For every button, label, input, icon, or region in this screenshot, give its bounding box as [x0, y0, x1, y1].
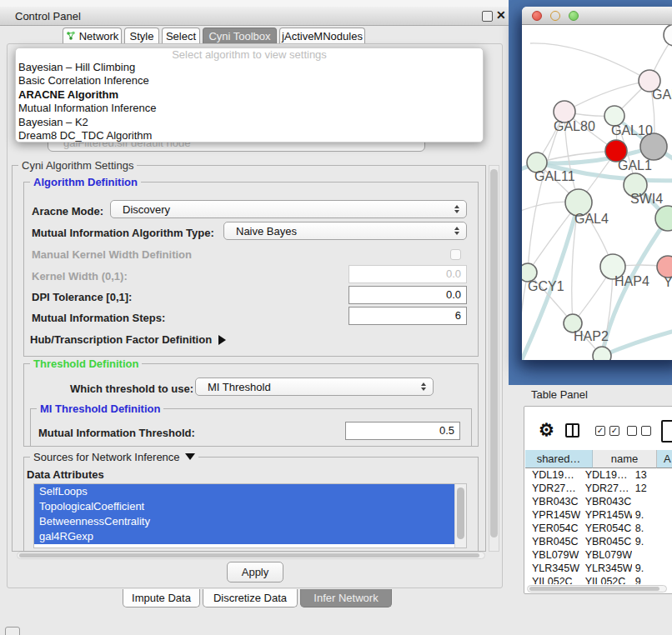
settings-group-title: Cyni Algorithm Settings [18, 159, 137, 172]
select-all-columns-icon[interactable]: ✓ ✓ [595, 426, 619, 436]
table-cell[interactable]: 8. [632, 522, 672, 535]
scrollbar-thumb[interactable] [490, 169, 498, 538]
table-row[interactable]: YER054CYER054C8. [525, 522, 672, 535]
table-cell[interactable]: 13 [632, 468, 672, 482]
table-cell[interactable]: YIL052C [580, 575, 632, 584]
close-traffic-light[interactable] [532, 11, 542, 21]
settings-vertical-scrollbar[interactable] [489, 165, 499, 552]
hub-definition-expander[interactable]: Hub/Transcription Factor Definition [30, 333, 226, 346]
table-cell[interactable]: YBL079W [580, 548, 632, 562]
table-cell[interactable]: YPR145W [580, 508, 632, 522]
algorithm-option[interactable]: Dream8 DC_TDC Algorithm [16, 129, 483, 142]
tab-select[interactable]: Select [162, 28, 200, 43]
table-cell[interactable]: YER054C [525, 522, 580, 535]
aracne-mode-combobox[interactable]: Discovery [110, 200, 467, 218]
table-row[interactable]: YBR045CYBR045C9. [525, 535, 672, 548]
tab-style[interactable]: Style [124, 28, 159, 43]
tab-impute-data[interactable]: Impute Data [123, 589, 200, 608]
node-label: GAL80 [554, 119, 595, 133]
deselect-all-columns-icon[interactable] [627, 426, 651, 436]
scrollbar-thumb[interactable] [529, 587, 659, 591]
table-row[interactable]: YPR145WYPR145W9. [525, 508, 672, 522]
column-browser-icon[interactable] [565, 423, 579, 438]
apply-button[interactable]: Apply [227, 562, 283, 582]
close-icon[interactable]: ✕ [496, 8, 506, 22]
table-row[interactable]: YDR27…YDR27…12 [525, 482, 672, 495]
threshold-definition-title: Threshold Definition [30, 358, 142, 370]
table-row[interactable]: YIL052CYIL052C9 [525, 575, 672, 584]
tab-network[interactable]: Network [63, 28, 122, 43]
table-cell[interactable]: YBR043C [525, 495, 580, 508]
table-row[interactable]: YLR345WYLR345W9. [525, 562, 672, 575]
column-header-partial[interactable]: A [657, 450, 672, 468]
table-cell[interactable]: 9. [632, 535, 672, 548]
network-edge[interactable] [564, 81, 649, 112]
mi-threshold-field[interactable]: 0.5 [345, 422, 460, 440]
table-cell[interactable]: 9. [632, 508, 672, 522]
table-cell[interactable]: YDL19… [580, 468, 632, 482]
table-cell[interactable]: 9 [632, 575, 672, 584]
table-row[interactable]: YBR043CYBR043C [525, 495, 672, 508]
collapsed-panel-icon[interactable] [5, 627, 20, 635]
table-cell[interactable] [632, 495, 672, 508]
mi-steps-field[interactable]: 6 [349, 307, 467, 325]
table-cell[interactable]: YLR345W [580, 562, 632, 575]
tab-cyni-toolbox[interactable]: Cyni Toolbox [203, 28, 277, 43]
table-cell[interactable]: 12 [632, 482, 672, 495]
gear-icon[interactable]: ⚙ [539, 420, 554, 440]
table-row[interactable]: YDL19…YDL19…13 [525, 468, 672, 482]
network-node[interactable] [664, 25, 672, 46]
minimize-traffic-light[interactable] [550, 11, 560, 21]
table-cell[interactable]: YDL19… [525, 468, 580, 482]
attribute-item[interactable]: BetweennessCentrality [34, 514, 454, 529]
algorithm-option[interactable]: ARACNE Algorithm [16, 88, 483, 102]
dpi-tolerance-field[interactable]: 0.0 [349, 286, 467, 304]
tab-discretize-data[interactable]: Discretize Data [203, 589, 298, 608]
attribute-item[interactable]: SelfLoops [34, 484, 454, 499]
table-cell[interactable]: YBR045C [580, 535, 632, 548]
table-cell[interactable]: YDR27… [580, 482, 632, 495]
zoom-traffic-light[interactable] [569, 11, 579, 21]
document-icon[interactable] [661, 420, 672, 442]
kernel-width-field[interactable]: 0.0 [349, 265, 467, 283]
float-window-icon[interactable] [482, 11, 493, 22]
table-cell[interactable]: YLR345W [525, 562, 580, 575]
column-header-shared-name[interactable]: shared… [525, 450, 593, 468]
network-graph[interactable]: GALGAL80GAL10GAL1GAL11SWI4GAL4GCY1HAP4YH… [522, 25, 672, 360]
table-row[interactable]: YBL079WYBL079W [525, 548, 672, 562]
manual-kernel-checkbox[interactable] [450, 249, 461, 260]
table-cell[interactable]: YBR043C [580, 495, 632, 508]
node-label: Y [664, 275, 672, 289]
network-window-titlebar[interactable] [522, 7, 672, 25]
algorithm-option[interactable]: Bayesian – Hill Climbing [16, 61, 483, 74]
algorithm-option[interactable]: Mutual Information Inference [16, 102, 483, 115]
attribute-item[interactable]: gal4RGexp [34, 529, 454, 544]
algorithm-option[interactable]: Bayesian – K2 [16, 116, 483, 129]
network-node[interactable] [593, 347, 611, 360]
tab-jactivemnodules[interactable]: jActiveMNodules [279, 28, 365, 43]
table-cell[interactable]: YIL052C [525, 575, 580, 584]
table-horizontal-scrollbar[interactable] [527, 585, 667, 592]
scrollbar-thumb[interactable] [19, 553, 479, 558]
network-edge[interactable] [602, 323, 672, 356]
network-edge[interactable] [528, 112, 564, 272]
settings-horizontal-scrollbar[interactable] [17, 552, 485, 559]
table-cell[interactable]: YDR27… [525, 482, 580, 495]
network-canvas[interactable]: GALGAL80GAL10GAL1GAL11SWI4GAL4GCY1HAP4YH… [522, 25, 672, 360]
tab-infer-network[interactable]: Infer Network [300, 589, 392, 608]
attribute-item[interactable]: TopologicalCoefficient [34, 499, 454, 514]
table-cell[interactable]: YBR045C [525, 535, 580, 548]
table-cell[interactable]: YER054C [580, 522, 632, 535]
algorithm-option[interactable]: Basic Correlation Inference [16, 74, 483, 88]
scrollbar-thumb[interactable] [457, 488, 464, 539]
table-cell[interactable]: YBL079W [525, 548, 580, 562]
table-cell[interactable]: YPR145W [525, 508, 580, 522]
mi-type-combobox[interactable]: Naive Bayes [223, 222, 467, 240]
network-edge[interactable] [530, 43, 649, 81]
sources-collapser[interactable]: Sources for Network Inference [30, 451, 198, 463]
column-header-name[interactable]: name [593, 450, 657, 468]
table-cell[interactable] [632, 548, 672, 562]
which-threshold-combobox[interactable]: MI Threshold [195, 378, 434, 396]
table-cell[interactable]: 9. [632, 562, 672, 575]
list-vertical-scrollbar[interactable] [454, 484, 466, 548]
